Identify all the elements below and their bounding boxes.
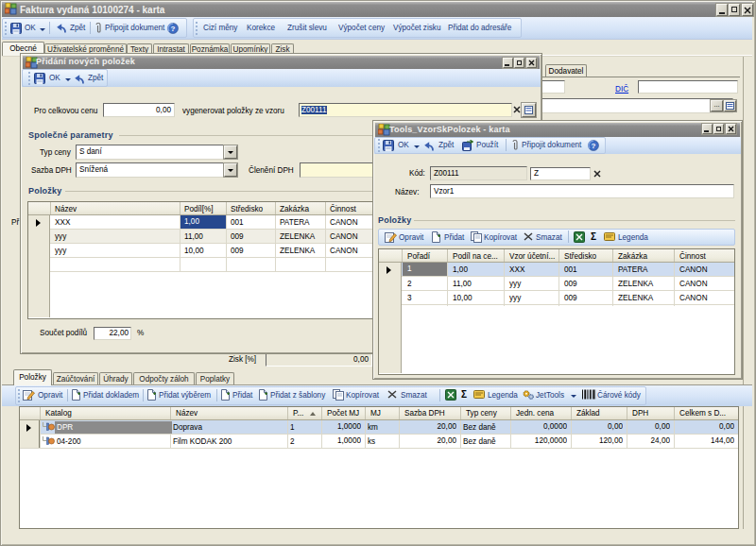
svg-text:?: ? [592, 142, 596, 150]
svg-text:?: ? [171, 25, 176, 33]
